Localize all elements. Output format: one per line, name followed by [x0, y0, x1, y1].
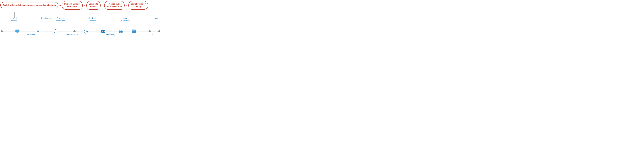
connector-6 [155, 12, 155, 18]
arrow-2: » [84, 3, 86, 7]
svg-rect-2 [16, 33, 19, 33]
timeline-dot-end [158, 30, 160, 32]
timeline-line-10 [151, 31, 158, 32]
bubble-exploit: Exploit vulnerable images; Access expose… [0, 2, 58, 8]
attack-stages-row: Exploit vulnerable images; Access expose… [0, 1, 161, 10]
timeline-dot-2 [74, 30, 76, 32]
svg-rect-1 [17, 32, 18, 33]
arrow-1: » [59, 3, 61, 7]
timeline-dot-start [0, 30, 3, 32]
icon-refresh [53, 29, 58, 34]
timeline-line-1 [3, 31, 15, 32]
label-persistence: Persistence [41, 17, 52, 20]
label-privilege: Privilegeescalation [55, 17, 66, 22]
label-execution: Execution [25, 33, 37, 36]
icon-server: ⬇ [131, 29, 136, 34]
icon-credential: ✕ ✕ [100, 29, 106, 34]
middle-labels-row: Initial access Persistence Privilegeesca… [0, 17, 161, 22]
arrow-4: » [126, 3, 127, 7]
label-collection: Collection [143, 33, 155, 36]
svg-rect-17 [102, 32, 104, 32]
icon-hand: 🖱 [35, 29, 41, 34]
svg-text:🖱: 🖱 [36, 30, 40, 33]
label-impact: Impact [152, 17, 160, 20]
connector-2 [47, 12, 47, 18]
icon-computer: 🔒 [15, 29, 20, 34]
bubble-escape: Escape tothe host [86, 1, 100, 10]
label-lateral: Lateralmovement [120, 17, 131, 22]
svg-point-25 [120, 31, 120, 32]
timeline-row: 🔒 🖱 [0, 29, 160, 34]
icon-binoculars [118, 29, 124, 34]
svg-point-26 [122, 31, 122, 32]
timeline-dot-3 [148, 30, 151, 32]
svg-text:⬇: ⬇ [133, 31, 134, 33]
label-initial-access: Initial access [9, 17, 20, 22]
connector-3 [65, 12, 66, 18]
label-defense-evasion: Defense evasion [63, 33, 78, 36]
bubble-abuse: Abuse overpermissive roles [104, 1, 125, 10]
bottom-labels-row: Execution Defense evasion Discovery Coll… [0, 33, 161, 36]
timeline-line-9 [136, 31, 148, 32]
svg-marker-8 [54, 31, 54, 32]
label-discovery: Discovery [104, 33, 117, 36]
svg-text:✕: ✕ [104, 31, 104, 32]
timeline-line-6 [88, 31, 100, 32]
bubble-mining: Digital currencymining [128, 1, 148, 10]
timeline-line-3 [41, 31, 53, 32]
svg-point-13 [86, 30, 88, 31]
svg-text:✕: ✕ [102, 31, 103, 32]
timeline-line-4 [58, 31, 73, 32]
timeline-line-5 [76, 31, 83, 32]
bubble-deploy: Deploy backdoorcontainers [62, 1, 82, 10]
svg-text:🔒: 🔒 [17, 30, 18, 32]
arrow-3: » [102, 3, 103, 7]
connector-4 [94, 12, 94, 18]
timeline-line-8 [124, 31, 131, 32]
label-credential: Credentialaccess [88, 17, 98, 22]
timeline-line-7 [106, 31, 118, 32]
icon-timer [83, 29, 88, 34]
diagram-container: Exploit vulnerable images; Access expose… [0, 0, 161, 38]
svg-marker-7 [57, 31, 57, 32]
timeline-line-2 [20, 31, 35, 32]
